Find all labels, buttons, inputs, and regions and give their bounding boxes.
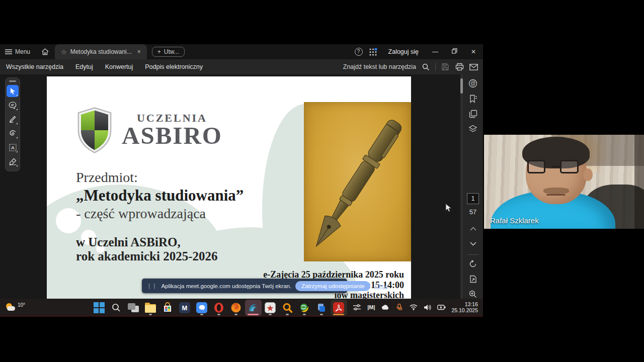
fit-page-button[interactable]: [467, 273, 479, 285]
orange-magnifier-icon: [282, 303, 293, 313]
firefox-button[interactable]: [228, 300, 245, 316]
home-button[interactable]: [35, 44, 55, 59]
search-label[interactable]: Znajdź tekst lub narzędzia: [343, 63, 416, 70]
task-view-button[interactable]: [125, 300, 142, 316]
acrobat-titlebar: Menu ☆ Metodyka studiowani... × + Utw...…: [0, 44, 483, 59]
ms-store-button[interactable]: [159, 300, 176, 316]
menubar-item-convert[interactable]: Konwertuj: [99, 63, 139, 70]
fountain-pen-icon: [304, 103, 411, 262]
m-app-button[interactable]: M: [177, 300, 193, 316]
weather-widget[interactable]: 10°: [0, 302, 25, 312]
close-button[interactable]: ✕: [464, 48, 483, 55]
apps-grid-icon[interactable]: [369, 48, 377, 56]
banner-drag-handle[interactable]: ❘❘: [147, 283, 157, 289]
select-tool-button[interactable]: [7, 85, 19, 97]
wave-icon: [248, 302, 259, 313]
rotate-page-button[interactable]: [467, 258, 479, 270]
quick-tools-toolbar: A: [5, 77, 20, 171]
taskbar-app-icons: M ★: [91, 299, 347, 317]
microphone-in-use-icon[interactable]: [395, 303, 404, 312]
page-thumbnails-icon[interactable]: [467, 108, 479, 120]
attachments-icon[interactable]: @: [467, 77, 479, 89]
new-tab-button[interactable]: + Utw...: [152, 47, 185, 57]
sign-tool-button[interactable]: [7, 155, 19, 167]
fountain-pen-illustration: [304, 102, 411, 261]
chat-app-button[interactable]: [194, 300, 210, 316]
right-tools-panel: @ 1 57: [463, 74, 483, 317]
layers-icon[interactable]: [467, 123, 479, 135]
tab-close-icon[interactable]: ×: [137, 48, 141, 55]
menu-label: Menu: [15, 48, 30, 55]
taskbar-search-button[interactable]: [108, 300, 125, 316]
acrobat-menubar: Wszystkie narzędzia Edytuj Konwertuj Pod…: [0, 59, 483, 74]
menubar-right-group: Znajdź tekst lub narzędzia: [343, 62, 483, 71]
red-star-icon: ★: [265, 302, 276, 313]
slide-org-line1: w Uczelni ASBiRO,: [76, 235, 218, 249]
file-explorer-button[interactable]: [142, 300, 159, 316]
star-viewer-button[interactable]: ★: [262, 300, 279, 316]
hamburger-icon: [5, 49, 12, 55]
tune-icon[interactable]: [353, 303, 361, 312]
blue-docs-icon: [316, 303, 327, 313]
asbiro-shield-icon: [74, 107, 115, 154]
person-mouth: [546, 194, 566, 196]
menubar-item-all-tools[interactable]: Wszystkie narzędzia: [0, 63, 69, 70]
im-tray-icon[interactable]: |M|: [367, 303, 375, 312]
highlight-tool-button[interactable]: [7, 113, 19, 125]
slide-org-line2: rok akademicki 2025-2026: [76, 249, 218, 263]
clock-date: 25.10.2025: [451, 307, 478, 314]
gis-app-button[interactable]: [296, 300, 313, 316]
menubar-item-edit[interactable]: Edytuj: [69, 63, 99, 70]
participant-name-label: Rafał Szklarek: [490, 216, 539, 225]
restore-button[interactable]: [445, 48, 464, 55]
previous-page-button[interactable]: [467, 223, 479, 235]
help-icon[interactable]: ?: [355, 48, 363, 56]
firefox-icon: [230, 302, 242, 313]
stop-sharing-button[interactable]: Zatrzymaj udostępnianie: [295, 281, 370, 291]
next-page-button[interactable]: [467, 238, 479, 250]
onedrive-icon[interactable]: [381, 303, 389, 312]
opera-icon: [213, 302, 224, 313]
power-icon[interactable]: [437, 303, 446, 312]
menubar-item-esign[interactable]: Podpis elektroniczny: [139, 63, 209, 70]
folder-icon: [145, 304, 156, 313]
current-page-input[interactable]: 1: [467, 193, 479, 204]
hide-banner-link[interactable]: Ukryj: [374, 283, 387, 289]
minimize-button[interactable]: —: [426, 48, 445, 55]
banner-message: Aplikacja meet.google.com udostępnia Twó…: [161, 283, 291, 289]
wave-app-button[interactable]: [245, 300, 262, 316]
globe-swoosh-icon: [299, 302, 310, 313]
orange-search-button[interactable]: [279, 300, 296, 316]
volume-icon[interactable]: [423, 303, 432, 312]
windows-taskbar: 10° M: [0, 299, 483, 317]
print-icon[interactable]: [455, 62, 464, 71]
menu-button[interactable]: Menu: [0, 44, 35, 59]
taskbar-clock[interactable]: 13:16 25.10.2025: [451, 301, 478, 314]
mouse-cursor: [445, 203, 453, 213]
clock-time: 13:16: [451, 301, 478, 308]
search-icon[interactable]: [421, 62, 430, 71]
window-controls: — ✕: [426, 44, 483, 59]
document-tab[interactable]: ☆ Metodyka studiowani... ×: [55, 44, 147, 59]
save-icon[interactable]: [441, 62, 450, 71]
blue-docs-button[interactable]: [313, 300, 330, 316]
comment-tool-button[interactable]: [7, 99, 19, 111]
person-ear: [583, 168, 593, 180]
wifi-icon[interactable]: [409, 303, 418, 312]
signin-button[interactable]: Zaloguj się: [383, 48, 426, 55]
star-icon[interactable]: ☆: [61, 48, 67, 56]
pdf-page: UCZELNIA ASBIRO Przedmiot: „Metodyka stu…: [47, 76, 411, 304]
opera-button[interactable]: [211, 300, 227, 316]
acrobat-taskbar-button[interactable]: [331, 300, 347, 316]
draw-tool-button[interactable]: [7, 127, 19, 139]
start-button[interactable]: [91, 300, 108, 316]
add-text-tool-button[interactable]: A: [7, 141, 19, 153]
toolbar-drag-handle[interactable]: [9, 80, 16, 82]
tab-title: Metodyka studiowani...: [70, 48, 132, 55]
mail-icon[interactable]: [469, 62, 478, 71]
store-bag-icon: [162, 302, 173, 313]
weather-icon: [5, 302, 16, 312]
glasses-right-lens: [560, 160, 579, 173]
panel-divider: [467, 254, 478, 255]
bookmarks-icon[interactable]: [467, 93, 479, 105]
